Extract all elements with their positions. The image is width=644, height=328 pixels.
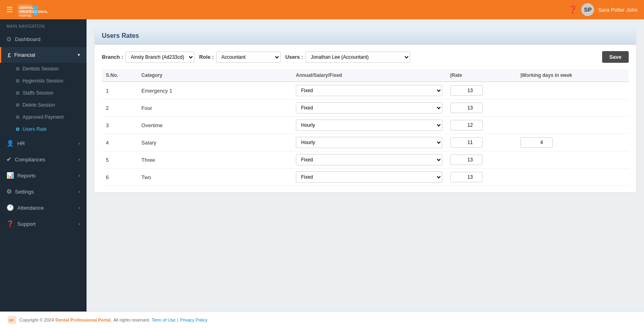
cell-sno: 4 xyxy=(102,134,137,151)
sidebar-sub-dentists-session[interactable]: Dentists Session xyxy=(0,63,87,75)
sidebar-item-label: Support xyxy=(17,221,36,227)
financial-icon: £ xyxy=(8,52,11,58)
role-select[interactable]: Accountant xyxy=(216,52,281,63)
sidebar-item-label: Compliances xyxy=(15,157,45,163)
svg-text:DENTAL: DENTAL xyxy=(19,6,34,10)
nav-label: MAIN NAVIGATION xyxy=(0,19,87,31)
hr-icon: 👤 xyxy=(6,140,14,147)
sidebar-item-hr[interactable]: 👤 HR ‹ xyxy=(0,135,87,151)
attendance-icon: 🕐 xyxy=(6,204,14,211)
rate-input[interactable] xyxy=(450,155,483,165)
rate-input[interactable] xyxy=(450,85,483,96)
help-icon[interactable]: ❓ xyxy=(568,5,577,14)
cell-rate xyxy=(446,117,516,134)
sub-circle-icon xyxy=(16,91,19,95)
main-content: Users Rates Branch : Ainsty Branch (Ad23… xyxy=(87,19,644,311)
logo: DENTAL PROFESSIONAL PORTAL xyxy=(18,2,66,17)
chevron-right-icon: ‹ xyxy=(78,205,80,210)
sidebar-item-label: Attendance xyxy=(17,205,44,211)
cell-salary-type: FixedHourlyAnnual xyxy=(292,134,446,151)
cell-salary-type: FixedHourlyAnnual xyxy=(292,169,446,186)
role-label: Role : xyxy=(199,54,214,60)
col-category: Category xyxy=(137,69,292,82)
chevron-down-icon: ▾ xyxy=(78,52,80,58)
branch-label: Branch : xyxy=(102,54,123,60)
salary-type-select[interactable]: FixedHourlyAnnual xyxy=(296,137,442,148)
salary-type-select[interactable]: FixedHourlyAnnual xyxy=(296,171,442,183)
sidebar-item-label: Settings xyxy=(15,189,34,195)
branch-select[interactable]: Ainsty Branch (Ad233cd) xyxy=(126,52,194,63)
salary-type-select[interactable]: FixedHourlyAnnual xyxy=(296,102,442,113)
cell-category: Salary xyxy=(137,134,292,151)
cell-category: Three xyxy=(137,151,292,169)
filters-row: Branch : Ainsty Branch (Ad233cd) Role : … xyxy=(102,51,629,63)
svg-text:PORTAL: PORTAL xyxy=(19,14,32,17)
sub-circle-icon xyxy=(16,103,19,107)
footer-term-of-use[interactable]: Term of Use xyxy=(152,318,175,322)
sidebar-sub-staffs-session[interactable]: Staffs Session xyxy=(0,87,87,99)
col-rate: |Rate xyxy=(446,69,516,82)
cell-rate xyxy=(446,99,516,117)
role-filter-group: Role : Accountant xyxy=(199,52,281,63)
layout: MAIN NAVIGATION ⊙ Dashboard £ Financial … xyxy=(0,19,644,311)
cell-salary-type: FixedHourlyAnnual xyxy=(292,99,446,117)
salary-type-select[interactable]: FixedHourlyAnnual xyxy=(296,154,442,165)
chevron-right-icon: ‹ xyxy=(78,189,80,194)
sidebar-item-financial[interactable]: £ Financial ▾ xyxy=(0,47,87,63)
rate-input[interactable] xyxy=(450,103,483,113)
sub-circle-icon xyxy=(16,67,19,70)
card-body: Branch : Ainsty Branch (Ad233cd) Role : … xyxy=(95,45,636,192)
sidebar-item-settings[interactable]: ⚙ Settings ‹ xyxy=(0,184,87,200)
sidebar-sub-delete-session[interactable]: Delete Session xyxy=(0,99,87,111)
table-header-row: S.No. Category Annual/Salary/Fixed |Rate… xyxy=(102,69,629,82)
sub-circle-icon xyxy=(16,128,19,131)
footer-brand: Dental Professional Portal. xyxy=(56,318,112,322)
col-salary: Annual/Salary/Fixed xyxy=(292,69,446,82)
users-select[interactable]: Jonathan Lee (Accountant) xyxy=(305,52,410,63)
cell-working-days xyxy=(516,169,629,186)
settings-icon: ⚙ xyxy=(6,188,12,195)
cell-category: Overtime xyxy=(137,117,292,134)
working-days-input[interactable] xyxy=(520,137,553,148)
branch-filter-group: Branch : Ainsty Branch (Ad233cd) xyxy=(102,52,194,63)
footer-privacy-policy[interactable]: Privacy Policy xyxy=(180,318,207,322)
hamburger-icon[interactable]: ☰ xyxy=(6,5,13,14)
card-title: Users Rates xyxy=(102,32,139,39)
cell-sno: 1 xyxy=(102,82,137,99)
cell-sno: 5 xyxy=(102,151,137,169)
sidebar-sub-hygienists-session[interactable]: Hygienists Session xyxy=(0,75,87,87)
cell-working-days xyxy=(516,99,629,117)
svg-rect-5 xyxy=(36,6,37,15)
sidebar-item-support[interactable]: ❓ Support ‹ xyxy=(0,216,87,232)
cell-rate xyxy=(446,134,516,151)
sidebar-sub-users-rate[interactable]: Users Rate xyxy=(0,123,87,135)
compliances-icon: ✔ xyxy=(6,156,12,163)
sidebar-item-label: Financial xyxy=(14,52,35,58)
chevron-right-icon: ‹ xyxy=(78,141,80,146)
rate-input[interactable] xyxy=(450,172,483,182)
rate-input[interactable] xyxy=(450,137,483,148)
svg-text:DP: DP xyxy=(9,318,14,322)
header-right: ❓ SP Sara Potter John xyxy=(568,3,638,16)
sidebar-sub-approved-payment[interactable]: Approved Payment xyxy=(0,111,87,123)
sidebar-item-attendance[interactable]: 🕐 Attendance ‹ xyxy=(0,200,87,216)
user-avatar: SP xyxy=(581,3,594,16)
salary-type-select[interactable]: FixedHourlyAnnual xyxy=(296,120,442,131)
cell-rate xyxy=(446,82,516,99)
cell-working-days xyxy=(516,151,629,169)
header-left: ☰ DENTAL PROFESSIONAL PORTAL xyxy=(6,2,66,17)
cell-sno: 6 xyxy=(102,169,137,186)
chevron-right-icon: ‹ xyxy=(78,157,80,162)
cell-category: Emergency 1 xyxy=(137,82,292,99)
table-row: 5ThreeFixedHourlyAnnual xyxy=(102,151,629,169)
sidebar-item-label: Dashboard xyxy=(15,36,41,42)
svg-rect-4 xyxy=(34,6,35,15)
sidebar-item-compliances[interactable]: ✔ Compliances ‹ xyxy=(0,151,87,167)
salary-type-select[interactable]: FixedHourlyAnnual xyxy=(296,85,442,96)
sidebar-item-dashboard[interactable]: ⊙ Dashboard xyxy=(0,31,87,47)
sidebar-item-reports[interactable]: 📊 Reports ‹ xyxy=(0,167,87,184)
save-button[interactable]: Save xyxy=(602,51,629,63)
users-label: Users : xyxy=(285,54,303,60)
rate-input[interactable] xyxy=(450,120,483,130)
cell-rate xyxy=(446,151,516,169)
